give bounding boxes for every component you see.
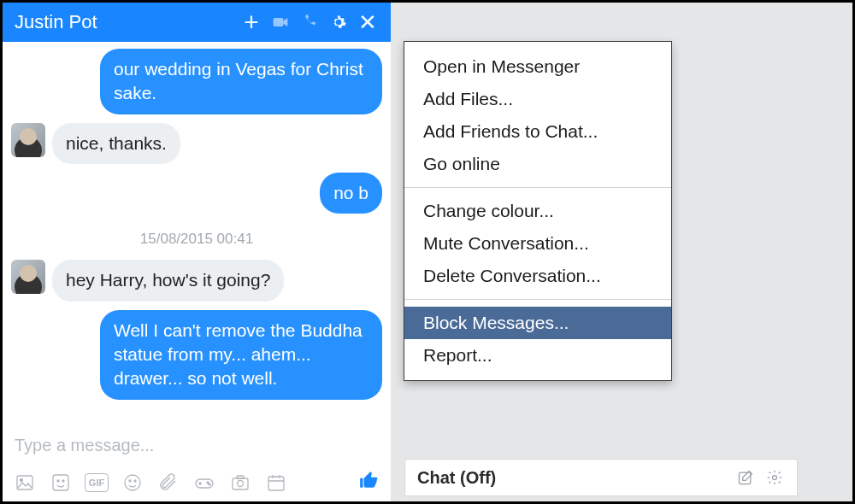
chat-pane: Justin Pot + ✕ our wedding in Vegas for … [3,3,391,501]
message-input[interactable] [11,429,382,464]
settings-dropdown: Open in Messenger Add Files... Add Frien… [404,41,672,381]
chat-header: Justin Pot + ✕ [3,3,391,42]
chat-status-text: Chat (Off) [417,468,496,488]
sent-message: no b [320,173,382,214]
gear-icon[interactable] [764,469,785,486]
svg-point-4 [57,480,59,482]
contact-name[interactable]: Justin Pot [15,11,237,33]
menu-add-friends[interactable]: Add Friends to Chat... [404,115,671,148]
svg-point-10 [207,482,209,483]
close-icon[interactable]: ✕ [353,8,382,37]
games-icon[interactable] [192,471,216,495]
new-message-icon[interactable]: + [237,8,266,37]
received-message: nice, thanks. [52,123,180,164]
menu-block-messages[interactable]: Block Messages... [404,307,671,339]
svg-point-6 [125,475,140,490]
message-row: Well I can't remove the Buddha statue fr… [11,310,382,400]
svg-rect-15 [268,477,284,490]
menu-report[interactable]: Report... [404,339,671,372]
composer [3,424,391,467]
svg-rect-0 [274,18,284,26]
svg-point-13 [238,481,244,487]
attachment-icon[interactable] [156,471,180,495]
received-message: hey Harry, how's it going? [52,260,284,301]
voice-call-icon[interactable] [295,8,324,37]
svg-point-7 [129,480,131,482]
svg-point-17 [773,476,777,480]
svg-point-2 [21,479,23,482]
svg-rect-14 [237,476,244,478]
sent-message: Well I can't remove the Buddha statue fr… [100,310,382,400]
thumbs-up-icon[interactable] [358,469,380,496]
chat-status-bar[interactable]: Chat (Off) [404,459,798,496]
message-row: nice, thanks. [11,123,382,164]
gear-icon[interactable] [324,8,353,37]
sent-message: our wedding in Vegas for Christ sake. [100,49,382,114]
menu-separator [404,187,671,188]
message-row: no b [11,173,382,214]
gif-icon[interactable]: GIF [85,473,109,492]
message-row: our wedding in Vegas for Christ sake. [11,49,382,114]
composer-toolbar: GIF [3,467,391,501]
message-row: hey Harry, how's it going? [11,260,382,301]
menu-change-colour[interactable]: Change colour... [404,195,671,227]
compose-icon[interactable] [735,469,756,486]
svg-rect-3 [53,475,68,490]
emoji-icon[interactable] [121,471,144,495]
menu-delete[interactable]: Delete Conversation... [404,260,671,292]
message-list: our wedding in Vegas for Christ sake. ni… [3,42,391,424]
avatar[interactable] [11,260,45,294]
svg-point-8 [134,480,136,482]
timestamp: 15/08/2015 00:41 [11,222,382,251]
sticker-icon[interactable] [49,471,73,495]
photo-icon[interactable] [13,471,37,495]
menu-separator [404,299,671,300]
menu-open-in-messenger[interactable]: Open in Messenger [404,50,671,83]
video-call-icon[interactable] [266,8,295,37]
svg-point-5 [62,480,64,482]
calendar-icon[interactable] [264,471,288,495]
camera-icon[interactable] [228,471,252,495]
svg-point-11 [209,483,210,485]
svg-rect-1 [17,476,32,489]
avatar[interactable] [11,123,45,157]
svg-rect-16 [740,472,751,483]
menu-mute[interactable]: Mute Conversation... [404,227,671,260]
menu-go-online[interactable]: Go online [404,148,671,180]
menu-add-files[interactable]: Add Files... [404,83,671,115]
